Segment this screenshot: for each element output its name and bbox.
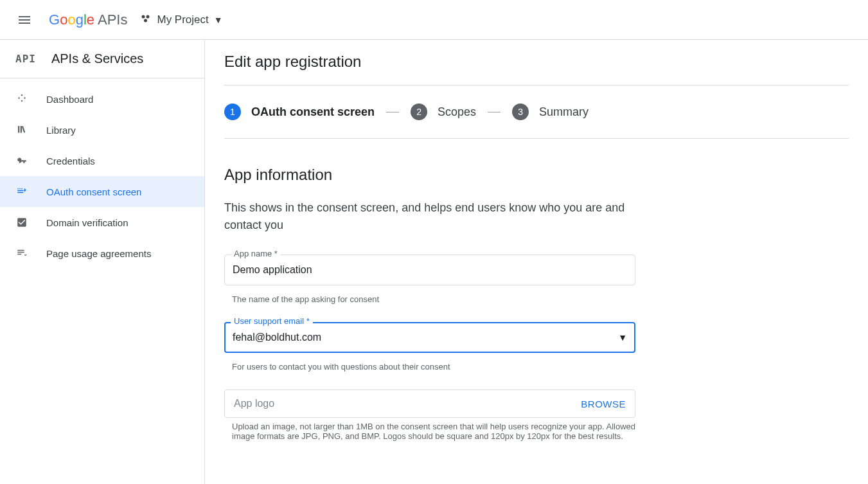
sidebar-item-credentials[interactable]: Credentials (0, 145, 204, 176)
apis-label: APIs (98, 12, 127, 28)
consent-icon (15, 185, 28, 198)
sidebar-item-label: OAuth consent screen (46, 186, 141, 197)
step-label: Scopes (438, 105, 476, 119)
sidebar: API APIs & Services Dashboard Library (0, 40, 205, 484)
sidebar-item-page-usage[interactable]: Page usage agreements (0, 238, 204, 269)
sidebar-header: API APIs & Services (0, 40, 204, 78)
step-scopes[interactable]: 2 Scopes (411, 103, 476, 120)
step-oauth-consent[interactable]: 1 OAuth consent screen (224, 103, 375, 120)
step-number: 1 (224, 103, 241, 120)
app-name-input[interactable] (224, 255, 635, 285)
sidebar-item-domain-verification[interactable]: Domain verification (0, 207, 204, 238)
checkbox-icon (15, 216, 28, 229)
sidebar-item-library[interactable]: Library (0, 114, 204, 145)
chevron-down-icon: ▼ (214, 15, 223, 25)
logo: Google APIs (49, 12, 127, 28)
section-title: App information (224, 166, 635, 184)
step-summary[interactable]: 3 Summary (512, 103, 589, 120)
support-email-field-wrapper: User support email * fehal@boldhut.com ▼ (224, 322, 635, 353)
step-number: 3 (512, 103, 529, 120)
google-logo-text: Google (49, 12, 94, 28)
project-selector[interactable]: My Project ▼ (140, 13, 222, 27)
top-bar: Google APIs My Project ▼ (0, 0, 868, 40)
key-icon (15, 154, 28, 167)
project-icon (140, 13, 152, 27)
support-email-help: For users to contact you with questions … (224, 358, 635, 372)
sidebar-item-label: Page usage agreements (46, 248, 151, 259)
svg-point-0 (142, 15, 145, 18)
chevron-down-icon: ▼ (618, 332, 627, 343)
app-name-label: App name * (231, 249, 281, 258)
section-description: This shows in the consent screen, and he… (224, 199, 635, 234)
sidebar-item-oauth-consent[interactable]: OAuth consent screen (0, 176, 204, 207)
step-divider (386, 112, 399, 112)
menu-icon[interactable] (12, 7, 37, 33)
sidebar-item-label: Dashboard (46, 94, 93, 105)
stepper: 1 OAuth consent screen 2 Scopes 3 Summar… (224, 85, 849, 139)
api-logo-icon: API (15, 53, 36, 65)
app-logo-help: Upload an image, not larger than 1MB on … (224, 418, 635, 441)
sidebar-item-label: Domain verification (46, 217, 128, 228)
step-label: OAuth consent screen (251, 105, 375, 119)
app-logo-placeholder: App logo (234, 398, 274, 409)
support-email-value: fehal@boldhut.com (233, 332, 321, 343)
sidebar-item-dashboard[interactable]: Dashboard (0, 84, 204, 114)
step-divider (488, 112, 500, 112)
sidebar-title: APIs & Services (51, 51, 143, 66)
app-name-field-wrapper: App name * (224, 255, 635, 285)
agreement-icon (15, 247, 28, 260)
library-icon (15, 123, 28, 136)
app-name-help: The name of the app asking for consent (224, 291, 635, 304)
sidebar-item-label: Library (46, 125, 76, 136)
sidebar-item-label: Credentials (46, 156, 95, 166)
step-number: 2 (411, 103, 427, 120)
support-email-label: User support email * (231, 316, 313, 326)
step-label: Summary (539, 105, 589, 119)
dashboard-icon (15, 93, 28, 105)
app-logo-field: App logo BROWSE (224, 390, 635, 418)
content: Edit app registration 1 OAuth consent sc… (205, 40, 868, 484)
browse-button[interactable]: BROWSE (581, 399, 626, 409)
svg-point-2 (144, 19, 147, 22)
svg-point-1 (146, 15, 150, 18)
project-name: My Project (157, 13, 208, 26)
page-title: Edit app registration (224, 53, 849, 85)
support-email-select[interactable]: fehal@boldhut.com ▼ (224, 322, 635, 353)
